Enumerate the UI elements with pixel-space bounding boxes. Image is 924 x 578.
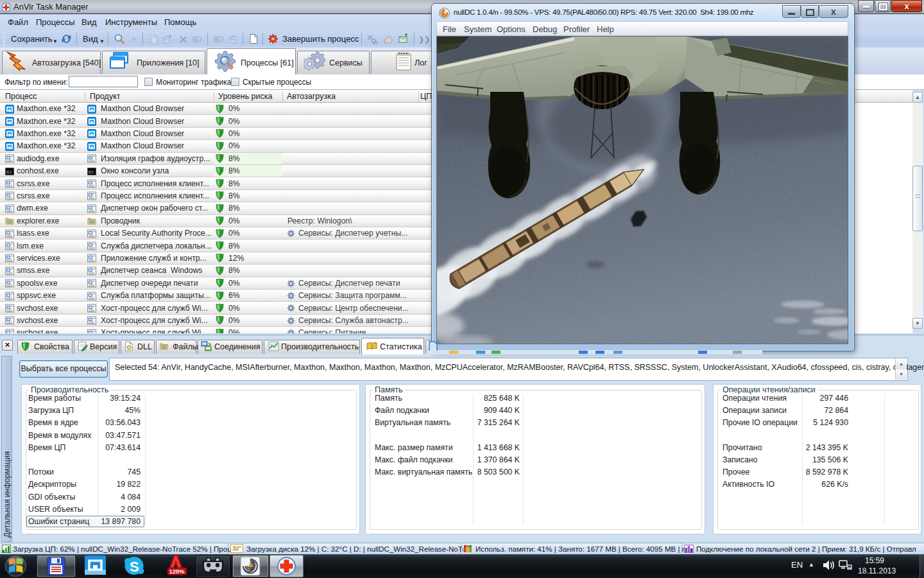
svg-text:120%: 120% [169, 568, 185, 575]
svg-text:S: S [130, 559, 139, 575]
